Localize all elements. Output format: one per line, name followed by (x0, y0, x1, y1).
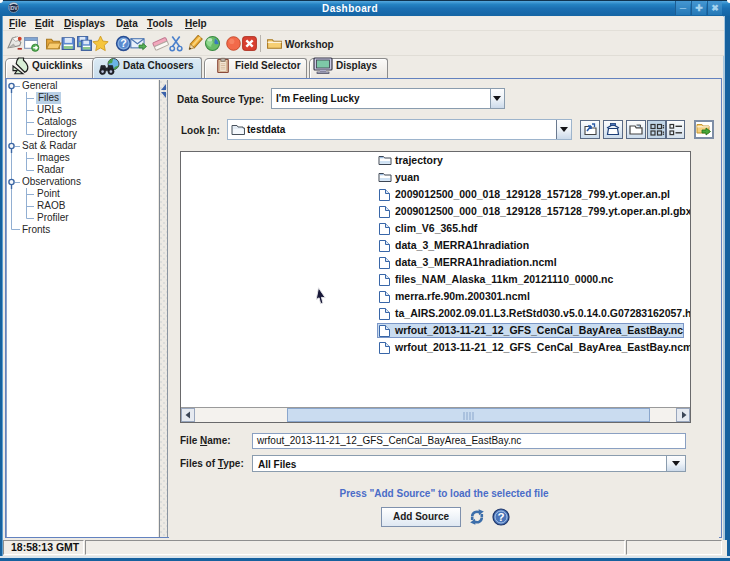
svg-text:?: ? (497, 511, 504, 523)
svg-text:?: ? (120, 37, 126, 49)
